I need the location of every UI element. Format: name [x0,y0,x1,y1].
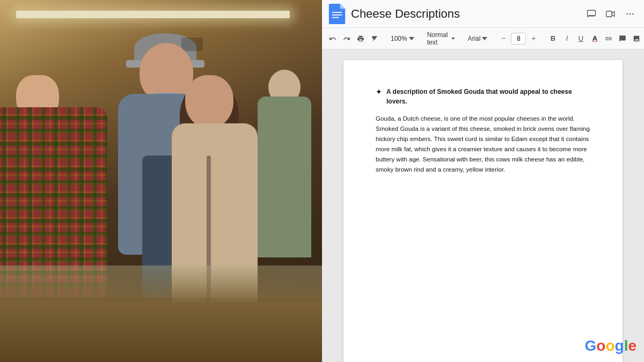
style-dropdown[interactable]: Normal text [424,32,458,46]
font-size-decrease-button[interactable]: − [497,32,510,46]
display-case [0,265,322,362]
underline-button[interactable]: U [574,32,587,46]
redo-button[interactable] [340,32,353,46]
font-size-input[interactable]: 8 [511,33,526,45]
style-value: Normal text [427,31,450,46]
svg-point-5 [626,13,628,14]
svg-rect-4 [606,11,612,17]
svg-rect-2 [332,17,339,18]
doc-prompt-line: ✦ A description of Smoked Gouda that wou… [376,87,590,106]
prompt-icon: ✦ [376,87,382,96]
insert-comment-button[interactable] [616,32,629,46]
zoom-value: 100% [391,35,407,42]
font-size-control: − 8 + [497,32,540,46]
text-color-button[interactable]: A [588,32,601,46]
insert-image-button[interactable] [630,32,643,46]
google-docs-icon [328,4,346,24]
doc-prompt-heading: A description of Smoked Gouda that would… [386,87,590,106]
svg-point-6 [630,13,631,14]
svg-rect-3 [588,10,596,16]
zoom-dropdown[interactable]: 100% [387,32,418,46]
google-logo[interactable]: Google [585,337,636,354]
font-value: Arial [467,35,480,42]
svg-rect-0 [332,12,342,13]
doc-body-text: Gouda, a Dutch cheese, is one of the mos… [376,114,590,175]
svg-rect-1 [332,14,342,15]
italic-button[interactable]: I [560,32,573,46]
undo-button[interactable] [326,32,339,46]
docs-toolbar: 100% Normal text Arial − 8 + B I [322,28,644,49]
video-panel [0,0,322,362]
font-size-increase-button[interactable]: + [527,32,540,46]
doc-title: Cheese Descriptions [351,7,579,21]
svg-point-7 [632,13,634,14]
paint-format-button[interactable] [368,32,381,46]
insert-link-button[interactable] [602,32,615,46]
docs-body: ✦ A description of Smoked Gouda that wou… [322,49,644,362]
google-docs-panel: Cheese Descriptions [322,0,644,362]
print-button[interactable] [354,32,367,46]
header-actions [584,6,638,21]
comment-button[interactable] [584,6,599,21]
more-options-button[interactable] [623,6,638,21]
doc-page: ✦ A description of Smoked Gouda that wou… [343,60,623,362]
fluorescent-light [16,11,290,18]
video-call-button[interactable] [603,6,618,21]
font-dropdown[interactable]: Arial [464,32,491,46]
docs-header: Cheese Descriptions [322,0,644,28]
bold-button[interactable]: B [546,32,559,46]
